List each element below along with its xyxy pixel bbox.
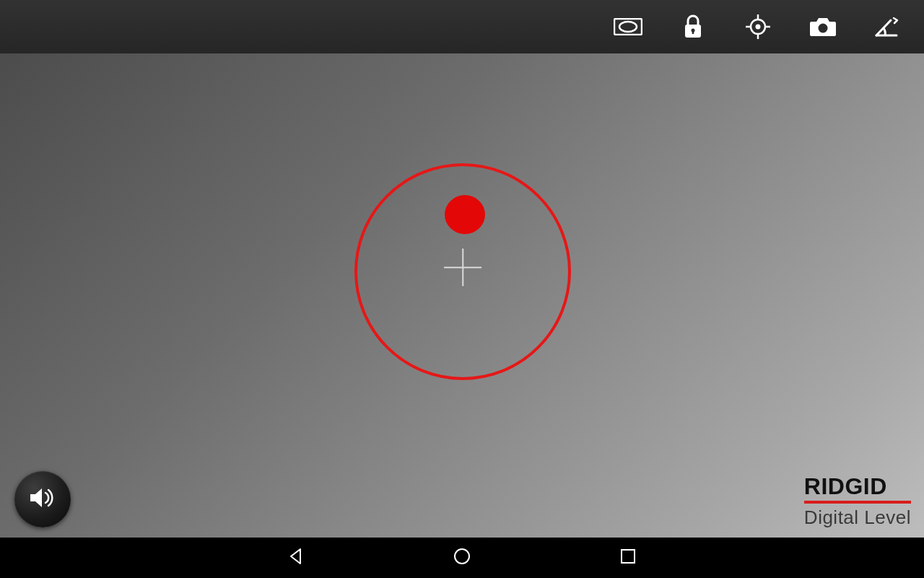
nav-back-button[interactable] xyxy=(285,547,307,569)
svg-point-6 xyxy=(756,25,761,30)
top-toolbar xyxy=(0,0,924,53)
android-navbar xyxy=(0,538,924,578)
lock-button[interactable] xyxy=(679,12,707,41)
camera-button[interactable] xyxy=(808,12,837,41)
calibrate-button[interactable] xyxy=(744,12,772,41)
nav-recent-button[interactable] xyxy=(617,547,639,569)
angle-icon xyxy=(875,16,901,38)
sound-toggle-button[interactable] xyxy=(14,471,71,527)
lock-icon xyxy=(683,14,703,39)
level-bubble xyxy=(445,195,485,234)
svg-point-1 xyxy=(619,22,637,32)
vignette-button[interactable] xyxy=(614,12,642,41)
svg-rect-4 xyxy=(692,30,694,34)
speaker-icon xyxy=(28,486,57,513)
back-icon xyxy=(287,547,305,569)
target-icon xyxy=(746,14,770,39)
svg-point-12 xyxy=(455,549,469,564)
nav-home-button[interactable] xyxy=(451,547,473,569)
brand-block: RIDGID Digital Level xyxy=(804,475,911,529)
vignette-icon xyxy=(614,18,642,35)
brand-subtitle: Digital Level xyxy=(804,506,911,529)
home-icon xyxy=(453,547,471,569)
angle-button[interactable] xyxy=(873,12,902,41)
level-surface: RIDGID Digital Level xyxy=(0,53,924,538)
camera-icon xyxy=(809,16,837,38)
svg-rect-13 xyxy=(622,550,635,563)
svg-point-11 xyxy=(819,24,828,33)
brand-name: RIDGID xyxy=(804,475,911,504)
recent-icon xyxy=(619,548,637,568)
